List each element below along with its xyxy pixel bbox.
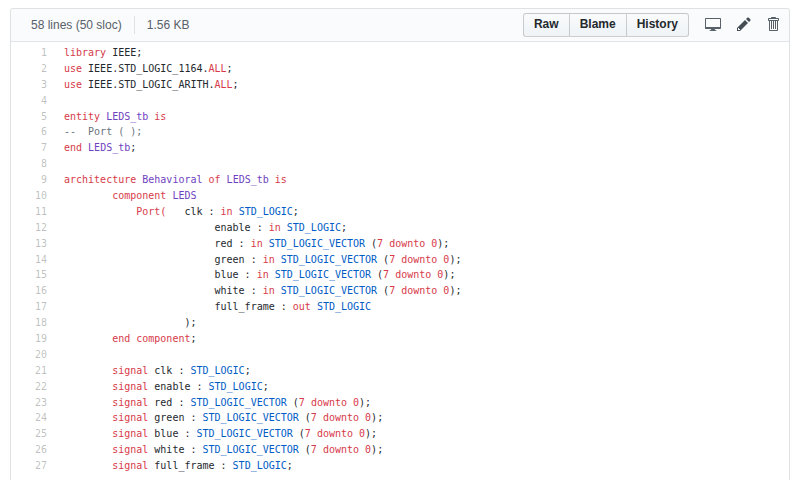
code-line: library IEEE; [53, 45, 142, 61]
code-line-row: 9architecture Behavioral of LEDS_tb is [11, 172, 789, 188]
code-line-row: 6-- Port ( ); [11, 124, 789, 140]
code-line [53, 347, 64, 363]
code-line-row: 23 signal red : STD_LOGIC_VECTOR (7 down… [11, 395, 789, 411]
code-line: end component; [53, 331, 196, 347]
code-line: signal blue : STD_LOGIC_VECTOR (7 downto… [53, 426, 377, 442]
code-line-row: 3use IEEE.STD_LOGIC_ARITH.ALL; [11, 77, 789, 93]
code-line-row: 8 [11, 156, 789, 172]
code-line: ); [53, 315, 196, 331]
line-number[interactable]: 20 [11, 347, 53, 363]
code-line-row: 2use IEEE.STD_LOGIC_1164.ALL; [11, 61, 789, 77]
code-area: 1library IEEE;2use IEEE.STD_LOGIC_1164.A… [11, 42, 789, 474]
code-line: signal enable : STD_LOGIC; [53, 379, 269, 395]
code-line: full_frame : out STD_LOGIC [53, 299, 371, 315]
code-line-row: 1library IEEE; [11, 45, 789, 61]
code-line: signal green : STD_LOGIC_VECTOR (7 downt… [53, 410, 383, 426]
line-number[interactable]: 12 [11, 220, 53, 236]
code-line-row: 17 full_frame : out STD_LOGIC [11, 299, 789, 315]
code-line-row: 19 end component; [11, 331, 789, 347]
line-number[interactable]: 11 [11, 204, 53, 220]
code-line: signal full_frame : STD_LOGIC; [53, 458, 293, 474]
delete-file-button[interactable] [767, 16, 779, 35]
device-desktop-icon [705, 16, 721, 35]
line-number[interactable]: 4 [11, 93, 53, 109]
edit-file-button[interactable] [737, 16, 751, 35]
code-line: white : in STD_LOGIC_VECTOR (7 downto 0)… [53, 283, 461, 299]
line-number[interactable]: 7 [11, 140, 53, 156]
file-view-box: 58 lines (50 sloc) 1.56 KB Raw Blame His… [10, 8, 790, 480]
file-size: 1.56 KB [147, 18, 190, 32]
history-button[interactable]: History [626, 13, 689, 37]
code-line-row: 4 [11, 93, 789, 109]
code-line-row: 20 [11, 347, 789, 363]
code-line: -- Port ( ); [53, 124, 142, 140]
code-line: use IEEE.STD_LOGIC_1164.ALL; [53, 61, 233, 77]
code-line-row: 27 signal full_frame : STD_LOGIC; [11, 458, 789, 474]
line-number[interactable]: 8 [11, 156, 53, 172]
code-line: red : in STD_LOGIC_VECTOR (7 downto 0); [53, 236, 449, 252]
line-number[interactable]: 23 [11, 395, 53, 411]
line-number[interactable]: 6 [11, 124, 53, 140]
line-number[interactable]: 17 [11, 299, 53, 315]
line-number[interactable]: 2 [11, 61, 53, 77]
code-line: blue : in STD_LOGIC_VECTOR (7 downto 0); [53, 267, 455, 283]
code-line: component LEDS [53, 188, 196, 204]
line-number[interactable]: 10 [11, 188, 53, 204]
file-header-actions: Raw Blame History [523, 13, 779, 37]
code-line: use IEEE.STD_LOGIC_ARITH.ALL; [53, 77, 239, 93]
line-number[interactable]: 26 [11, 442, 53, 458]
code-line-row: 13 red : in STD_LOGIC_VECTOR (7 downto 0… [11, 236, 789, 252]
line-number[interactable]: 5 [11, 109, 53, 125]
code-line: signal red : STD_LOGIC_VECTOR (7 downto … [53, 395, 371, 411]
code-line: architecture Behavioral of LEDS_tb is [53, 172, 287, 188]
code-line-row: 16 white : in STD_LOGIC_VECTOR (7 downto… [11, 283, 789, 299]
file-info-divider [134, 16, 135, 34]
line-number[interactable]: 9 [11, 172, 53, 188]
line-number[interactable]: 24 [11, 410, 53, 426]
code-line: signal clk : STD_LOGIC; [53, 363, 251, 379]
file-view-button-group: Raw Blame History [523, 13, 689, 37]
code-line [53, 93, 64, 109]
file-header-bar: 58 lines (50 sloc) 1.56 KB Raw Blame His… [11, 9, 789, 42]
code-line-row: 15 blue : in STD_LOGIC_VECTOR (7 downto … [11, 267, 789, 283]
code-line-row: 26 signal white : STD_LOGIC_VECTOR (7 do… [11, 442, 789, 458]
code-line-row: 14 green : in STD_LOGIC_VECTOR (7 downto… [11, 252, 789, 268]
code-line: entity LEDS_tb is [53, 109, 166, 125]
line-number[interactable]: 22 [11, 379, 53, 395]
code-line: signal white : STD_LOGIC_VECTOR (7 downt… [53, 442, 383, 458]
trash-icon [767, 16, 779, 35]
file-info: 58 lines (50 sloc) 1.56 KB [21, 16, 189, 34]
code-line-row: 22 signal enable : STD_LOGIC; [11, 379, 789, 395]
line-number[interactable]: 16 [11, 283, 53, 299]
line-number[interactable]: 27 [11, 458, 53, 474]
code-line-row: 12 enable : in STD_LOGIC; [11, 220, 789, 236]
line-number[interactable]: 21 [11, 363, 53, 379]
code-line: Port( clk : in STD_LOGIC; [53, 204, 299, 220]
code-line-row: 18 ); [11, 315, 789, 331]
raw-button[interactable]: Raw [523, 13, 570, 37]
open-with-desktop-button[interactable] [705, 16, 721, 35]
code-line-row: 5entity LEDS_tb is [11, 109, 789, 125]
line-number[interactable]: 15 [11, 267, 53, 283]
line-number[interactable]: 18 [11, 315, 53, 331]
line-number[interactable]: 14 [11, 252, 53, 268]
code-line [53, 156, 64, 172]
line-number[interactable]: 19 [11, 331, 53, 347]
code-line-row: 7end LEDS_tb; [11, 140, 789, 156]
code-line-row: 21 signal clk : STD_LOGIC; [11, 363, 789, 379]
code-line: end LEDS_tb; [53, 140, 136, 156]
code-line: green : in STD_LOGIC_VECTOR (7 downto 0)… [53, 252, 461, 268]
code-line: enable : in STD_LOGIC; [53, 220, 347, 236]
blame-button[interactable]: Blame [569, 13, 627, 37]
code-line-row: 25 signal blue : STD_LOGIC_VECTOR (7 dow… [11, 426, 789, 442]
pencil-icon [737, 16, 751, 35]
line-number[interactable]: 25 [11, 426, 53, 442]
code-line-row: 10 component LEDS [11, 188, 789, 204]
code-line-row: 11 Port( clk : in STD_LOGIC; [11, 204, 789, 220]
line-number[interactable]: 13 [11, 236, 53, 252]
line-number[interactable]: 3 [11, 77, 53, 93]
code-line-row: 24 signal green : STD_LOGIC_VECTOR (7 do… [11, 410, 789, 426]
line-number[interactable]: 1 [11, 45, 53, 61]
file-lines-count: 58 lines (50 sloc) [31, 18, 122, 32]
